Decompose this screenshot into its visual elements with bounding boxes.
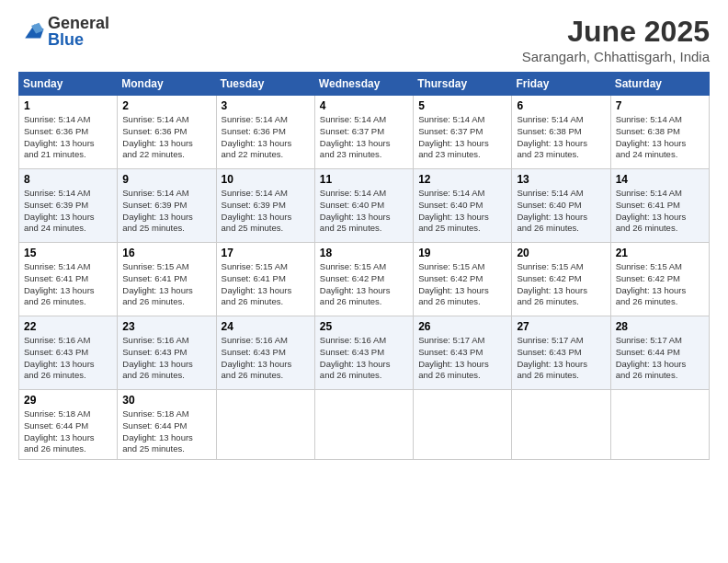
- table-cell: 18 Sunrise: 5:15 AMSunset: 6:42 PMDaylig…: [314, 243, 413, 316]
- table-cell: 21 Sunrise: 5:15 AMSunset: 6:42 PMDaylig…: [610, 243, 709, 316]
- day-number: 15: [24, 247, 112, 259]
- day-number: 3: [222, 99, 310, 112]
- day-info: Sunrise: 5:14 AMSunset: 6:40 PMDaylight:…: [320, 188, 408, 235]
- day-number: 29: [24, 394, 112, 407]
- col-tuesday: Tuesday: [216, 73, 314, 96]
- logo-general: General: [48, 14, 109, 32]
- day-number: 2: [122, 99, 210, 112]
- table-cell: 22 Sunrise: 5:16 AMSunset: 6:43 PMDaylig…: [19, 316, 118, 390]
- col-saturday: Saturday: [610, 73, 709, 96]
- day-info: Sunrise: 5:15 AMSunset: 6:41 PMDaylight:…: [222, 261, 310, 308]
- day-number: 5: [418, 99, 506, 112]
- table-cell: 30 Sunrise: 5:18 AMSunset: 6:44 PMDaylig…: [118, 390, 216, 460]
- logo-icon: [18, 21, 44, 41]
- day-info: Sunrise: 5:14 AMSunset: 6:39 PMDaylight:…: [24, 188, 112, 235]
- day-number: 21: [616, 247, 704, 259]
- day-number: 16: [122, 247, 210, 259]
- day-info: Sunrise: 5:18 AMSunset: 6:44 PMDaylight:…: [24, 408, 112, 455]
- table-cell: 11 Sunrise: 5:14 AMSunset: 6:40 PMDaylig…: [314, 169, 413, 243]
- table-cell: 7 Sunrise: 5:14 AMSunset: 6:38 PMDayligh…: [610, 96, 709, 169]
- day-number: 12: [418, 173, 506, 186]
- table-cell: 4 Sunrise: 5:14 AMSunset: 6:37 PMDayligh…: [314, 96, 413, 169]
- day-info: Sunrise: 5:18 AMSunset: 6:44 PMDaylight:…: [122, 408, 210, 455]
- col-sunday: Sunday: [19, 73, 118, 96]
- empty-cell: [414, 390, 512, 460]
- day-info: Sunrise: 5:16 AMSunset: 6:43 PMDaylight:…: [222, 335, 310, 382]
- day-info: Sunrise: 5:16 AMSunset: 6:43 PMDaylight:…: [320, 335, 408, 382]
- day-number: 30: [122, 394, 210, 407]
- table-cell: 16 Sunrise: 5:15 AMSunset: 6:41 PMDaylig…: [118, 243, 216, 316]
- day-number: 23: [122, 320, 210, 333]
- day-number: 7: [616, 99, 704, 112]
- col-monday: Monday: [118, 73, 216, 96]
- day-info: Sunrise: 5:14 AMSunset: 6:37 PMDaylight:…: [320, 114, 408, 161]
- table-cell: 2 Sunrise: 5:14 AMSunset: 6:36 PMDayligh…: [118, 96, 216, 169]
- table-cell: 17 Sunrise: 5:15 AMSunset: 6:41 PMDaylig…: [216, 243, 314, 316]
- day-number: 19: [418, 247, 506, 259]
- table-cell: 23 Sunrise: 5:16 AMSunset: 6:43 PMDaylig…: [118, 316, 216, 390]
- table-row: 1 Sunrise: 5:14 AMSunset: 6:36 PMDayligh…: [19, 96, 710, 169]
- table-cell: 29 Sunrise: 5:18 AMSunset: 6:44 PMDaylig…: [19, 390, 118, 460]
- logo-text: General Blue: [48, 15, 109, 48]
- day-info: Sunrise: 5:14 AMSunset: 6:38 PMDaylight:…: [616, 114, 704, 161]
- day-info: Sunrise: 5:14 AMSunset: 6:40 PMDaylight:…: [517, 188, 605, 235]
- header: General Blue June 2025 Sarangarh, Chhatt…: [18, 15, 710, 64]
- day-number: 20: [517, 247, 605, 259]
- day-info: Sunrise: 5:15 AMSunset: 6:42 PMDaylight:…: [616, 261, 704, 308]
- day-info: Sunrise: 5:16 AMSunset: 6:43 PMDaylight:…: [122, 335, 210, 382]
- day-number: 9: [122, 173, 210, 186]
- table-cell: 8 Sunrise: 5:14 AMSunset: 6:39 PMDayligh…: [19, 169, 118, 243]
- table-row: 22 Sunrise: 5:16 AMSunset: 6:43 PMDaylig…: [19, 316, 710, 390]
- day-info: Sunrise: 5:14 AMSunset: 6:37 PMDaylight:…: [418, 114, 506, 161]
- table-cell: 9 Sunrise: 5:14 AMSunset: 6:39 PMDayligh…: [118, 169, 216, 243]
- table-cell: 19 Sunrise: 5:15 AMSunset: 6:42 PMDaylig…: [414, 243, 512, 316]
- table-row: 15 Sunrise: 5:14 AMSunset: 6:41 PMDaylig…: [19, 243, 710, 316]
- day-info: Sunrise: 5:15 AMSunset: 6:42 PMDaylight:…: [517, 261, 605, 308]
- empty-cell: [216, 390, 314, 460]
- day-number: 18: [320, 247, 408, 259]
- day-info: Sunrise: 5:15 AMSunset: 6:41 PMDaylight:…: [122, 261, 210, 308]
- col-thursday: Thursday: [414, 73, 512, 96]
- calendar-table: Sunday Monday Tuesday Wednesday Thursday…: [18, 72, 710, 460]
- day-number: 14: [616, 173, 704, 186]
- day-number: 28: [616, 320, 704, 333]
- col-wednesday: Wednesday: [314, 73, 413, 96]
- calendar-header-row: Sunday Monday Tuesday Wednesday Thursday…: [19, 73, 710, 96]
- table-cell: 3 Sunrise: 5:14 AMSunset: 6:36 PMDayligh…: [216, 96, 314, 169]
- calendar-subtitle: Sarangarh, Chhattisgarh, India: [522, 49, 710, 64]
- day-info: Sunrise: 5:14 AMSunset: 6:36 PMDaylight:…: [122, 114, 210, 161]
- calendar-title: June 2025: [522, 15, 710, 49]
- day-number: 13: [517, 173, 605, 186]
- empty-cell: 1 Sunrise: 5:14 AMSunset: 6:36 PMDayligh…: [19, 96, 118, 169]
- logo: General Blue: [18, 15, 109, 48]
- day-number: 25: [320, 320, 408, 333]
- day-info: Sunrise: 5:14 AMSunset: 6:39 PMDaylight:…: [122, 188, 210, 235]
- day-number: 6: [517, 99, 605, 112]
- table-cell: 12 Sunrise: 5:14 AMSunset: 6:40 PMDaylig…: [414, 169, 512, 243]
- table-cell: 27 Sunrise: 5:17 AMSunset: 6:43 PMDaylig…: [512, 316, 610, 390]
- day-number: 27: [517, 320, 605, 333]
- day-number: 4: [320, 99, 408, 112]
- table-cell: 6 Sunrise: 5:14 AMSunset: 6:38 PMDayligh…: [512, 96, 610, 169]
- day-info: Sunrise: 5:17 AMSunset: 6:44 PMDaylight:…: [616, 335, 704, 382]
- day-number: 8: [24, 173, 112, 186]
- table-cell: 25 Sunrise: 5:16 AMSunset: 6:43 PMDaylig…: [314, 316, 413, 390]
- day-info: Sunrise: 5:14 AMSunset: 6:38 PMDaylight:…: [517, 114, 605, 161]
- day-info: Sunrise: 5:14 AMSunset: 6:36 PMDaylight:…: [24, 114, 112, 161]
- table-cell: 13 Sunrise: 5:14 AMSunset: 6:40 PMDaylig…: [512, 169, 610, 243]
- empty-cell: [610, 390, 709, 460]
- table-cell: 15 Sunrise: 5:14 AMSunset: 6:41 PMDaylig…: [19, 243, 118, 316]
- day-info: Sunrise: 5:14 AMSunset: 6:41 PMDaylight:…: [24, 261, 112, 308]
- day-info: Sunrise: 5:17 AMSunset: 6:43 PMDaylight:…: [418, 335, 506, 382]
- day-info: Sunrise: 5:15 AMSunset: 6:42 PMDaylight:…: [320, 261, 408, 308]
- col-friday: Friday: [512, 73, 610, 96]
- day-number: 1: [24, 99, 112, 112]
- day-info: Sunrise: 5:14 AMSunset: 6:40 PMDaylight:…: [418, 188, 506, 235]
- table-cell: 28 Sunrise: 5:17 AMSunset: 6:44 PMDaylig…: [610, 316, 709, 390]
- day-number: 17: [222, 247, 310, 259]
- day-number: 24: [222, 320, 310, 333]
- table-cell: 5 Sunrise: 5:14 AMSunset: 6:37 PMDayligh…: [414, 96, 512, 169]
- day-info: Sunrise: 5:15 AMSunset: 6:42 PMDaylight:…: [418, 261, 506, 308]
- day-info: Sunrise: 5:17 AMSunset: 6:43 PMDaylight:…: [517, 335, 605, 382]
- table-cell: 24 Sunrise: 5:16 AMSunset: 6:43 PMDaylig…: [216, 316, 314, 390]
